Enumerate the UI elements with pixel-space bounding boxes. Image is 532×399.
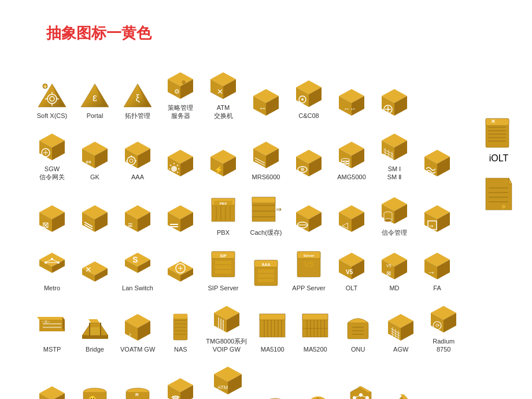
svg-rect-190 — [215, 261, 231, 264]
blank-star — [301, 391, 335, 399]
svg-text:✕: ✕ — [491, 119, 496, 124]
atm-switch-label: ATM交换机 — [214, 104, 233, 120]
sgw-item: SGW信令网关 — [35, 131, 69, 182]
gk-item: ⇔ GK — [77, 139, 112, 181]
radium8750-item: ⟳ Radium8750 — [426, 303, 461, 354]
mrs6000-label: MRS6000 — [252, 173, 280, 181]
svg-text:≡: ≡ — [128, 220, 132, 230]
svg-marker-341 — [509, 178, 512, 184]
blank-cross2: ⊠ — [35, 202, 69, 237]
svg-text:V5: V5 — [386, 264, 391, 268]
pbx-item: PBX PBX — [206, 191, 241, 237]
svg-text:V5: V5 — [346, 269, 353, 275]
blank-usb: ⚡ — [206, 147, 241, 181]
olt-label: OLT — [346, 284, 358, 292]
sm-label: SM ⅠSM Ⅱ — [387, 165, 402, 182]
onu-item: ONU — [341, 311, 375, 353]
cco8-label: C&C08 — [298, 112, 319, 120]
svg-text:R: R — [135, 392, 139, 397]
svg-text:⇒: ⇒ — [276, 205, 282, 213]
svg-text:~X~: ~X~ — [42, 319, 50, 324]
cmts-item: 😷 CMTS — [77, 383, 112, 399]
topology-mgmt-item: ξ 拓扑管理 — [120, 82, 155, 120]
blank-wave — [420, 147, 455, 181]
aaa-label: AAA — [131, 173, 144, 181]
blank-pill — [291, 202, 326, 237]
router-item: R 路由器 — [120, 383, 155, 399]
blank-cube-3 — [377, 86, 412, 120]
blank-box: ⇒ — [420, 202, 455, 237]
svg-text:SIP: SIP — [220, 254, 227, 258]
amg5000-label: AMG5000 — [337, 173, 366, 181]
svg-rect-137 — [252, 197, 275, 203]
svg-text:ε: ε — [93, 92, 97, 104]
blank-cube-2: ↔↔ — [334, 86, 369, 120]
ma5200-item: MA5200 — [298, 308, 332, 353]
blank-right-item: ✱ — [483, 175, 515, 213]
sm-item: SM ⅠSM Ⅱ — [377, 131, 412, 182]
svg-text:◁: ◁ — [342, 220, 348, 230]
tmg8000-label: TMG8000系列VOIP GW — [206, 337, 247, 354]
svg-rect-333 — [486, 119, 509, 125]
voatm-gw-item: ♪ VOATM GW — [120, 311, 155, 353]
svg-rect-191 — [215, 265, 231, 269]
app-server-label: APP Server — [292, 284, 325, 292]
onu-label: ONU — [351, 345, 365, 353]
fa-label: FA — [433, 284, 441, 292]
bridge-item: Bridge — [77, 311, 112, 353]
svg-text:😷: 😷 — [88, 395, 97, 399]
svg-text:✕: ✕ — [217, 87, 223, 96]
ma5100-item: MA5100 — [255, 308, 290, 353]
iad-item: IAD — [343, 383, 378, 399]
strategy-mgmt-item: ⚙ ⚙ 策略管理服务器 — [163, 69, 198, 120]
aaa-item: AAA — [120, 139, 155, 181]
svg-marker-223 — [82, 335, 108, 339]
svg-text:ATM: ATM — [217, 385, 228, 390]
blank-diamond — [386, 391, 421, 399]
svg-rect-246 — [260, 314, 285, 320]
svg-text:♪: ♪ — [128, 331, 132, 338]
icons-container: ⚙ Soft X(CS) ε Portal ξ 拓扑管理 — [35, 69, 526, 399]
msr-item: ATM IP MSR多业务交换机(ATM/IP/MPLS) — [206, 364, 250, 399]
md-label: MD — [389, 284, 399, 292]
blank-chevron: ≡ — [120, 202, 155, 237]
ma5200-label: MA5200 — [304, 345, 327, 353]
svg-text:ξ: ξ — [135, 93, 139, 104]
voatm-gw-label: VOATM GW — [120, 345, 155, 353]
svg-text:⚙: ⚙ — [174, 88, 180, 95]
iolt-label: iOLT — [489, 153, 508, 164]
svg-text:S: S — [132, 255, 138, 264]
blank-sun — [163, 147, 198, 181]
sipp-item: ▶ SIPP — [35, 383, 69, 399]
blank-arrow-left: ◁ — [334, 202, 369, 237]
icon-row-3: ⊠ ≡ — [35, 191, 526, 241]
bridge-label: Bridge — [86, 345, 104, 353]
blank-aaa: AAA — [249, 256, 283, 293]
svg-point-34 — [301, 98, 304, 101]
voip-router-item: ☎ VOIP功能路由器 — [163, 375, 198, 399]
svg-text:⟳: ⟳ — [435, 323, 440, 328]
blank-dash — [163, 202, 198, 237]
signal-mgmt-item: 信令管理 — [377, 194, 412, 237]
soft-x-cs-item: ⚙ Soft X(CS) — [35, 82, 69, 120]
radium8750-label: Radium8750 — [433, 337, 455, 354]
svg-text:↔↔: ↔↔ — [343, 105, 356, 112]
svg-rect-198 — [258, 279, 274, 282]
md-item: ⊠ V5 MD — [377, 250, 412, 292]
fa-item: → FA — [420, 250, 455, 292]
lan-switch-label: Lan Switch — [122, 284, 153, 292]
portal-label: Portal — [87, 112, 104, 120]
signal-mgmt-label: 信令管理 — [382, 228, 407, 237]
right-icons-panel: ✕ iOLT ✱ — [483, 116, 515, 224]
svg-text:⊠: ⊠ — [386, 270, 391, 276]
svg-rect-233 — [173, 314, 187, 319]
svg-marker-225 — [90, 327, 101, 335]
atm-switch-item: ✕ ATM交换机 — [206, 69, 241, 120]
mstp-item: ~X~ MSTP — [35, 311, 69, 353]
cach-item: ⇒ Cach(缓存) — [249, 191, 283, 237]
svg-text:⇒: ⇒ — [429, 223, 434, 229]
amg5000-item: AMG5000 — [334, 139, 369, 181]
blank-cube-1: ↔ — [249, 86, 283, 120]
soft-x-cs-label: Soft X(CS) — [37, 112, 68, 120]
metro-label: Metro — [44, 284, 60, 292]
